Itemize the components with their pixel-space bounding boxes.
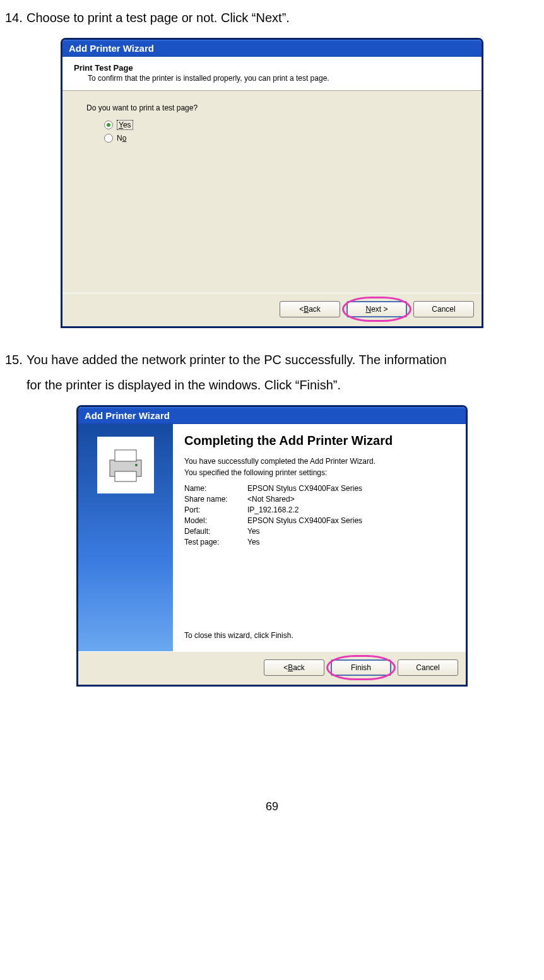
dialog1-body: Do you want to print a test page? Yes No [62,91,482,293]
cancel-button[interactable]: Cancel [413,301,474,317]
dialog2-titlebar[interactable]: Add Printer Wizard [78,407,466,424]
finish-title: Completing the Add Printer Wizard [184,433,454,448]
finish-button-highlight: Finish [331,659,391,676]
next-button[interactable]: Next > [346,301,407,317]
table-row: Default:Yes [184,527,454,536]
dialog1-header-sub: To confirm that the printer is installed… [88,74,470,83]
back-button[interactable]: < Back [264,659,324,676]
radio-yes-label: Yes [117,120,133,130]
table-row: Test page:Yes [184,538,454,546]
radio-yes-row[interactable]: Yes [104,120,464,130]
info-label: Default: [184,527,247,536]
cancel-button[interactable]: Cancel [398,659,458,676]
step-15-num: 15. [5,347,27,372]
info-label: Test page: [184,538,247,546]
dialog2-title: Add Printer Wizard [85,410,170,421]
radio-no-label: No [117,134,126,143]
printer-icon [97,437,154,493]
dialog1-titlebar[interactable]: Add Printer Wizard [62,40,482,57]
step-15-line2: for the printer is displayed in the wind… [27,372,539,398]
dialog1-header: Print Test Page To confirm that the prin… [62,57,482,91]
add-printer-wizard-dialog-2: Add Printer Wizard Completing the Add Pr… [76,405,468,687]
next-button-highlight: Next > [346,301,407,317]
add-printer-wizard-dialog-1: Add Printer Wizard Print Test Page To co… [61,38,483,328]
dialog2-content: Completing the Add Printer Wizard You ha… [173,424,466,651]
finish-close-msg: To close this wizard, click Finish. [184,606,454,645]
step-15-text: 15.You have added the network printer to… [5,347,539,398]
dialog1-header-title: Print Test Page [74,63,470,73]
table-row: Port:IP_192.168.2.2 [184,505,454,514]
back-button[interactable]: < Back [280,301,340,317]
dialog2-sidebar [78,424,173,651]
finish-button[interactable]: Finish [331,659,391,676]
radio-no[interactable] [104,134,113,143]
printer-info-table: Name:EPSON Stylus CX9400Fax Series Share… [184,484,454,548]
svg-rect-2 [115,471,136,481]
dialog1-title: Add Printer Wizard [69,43,154,54]
dialog2-body: Completing the Add Printer Wizard You ha… [78,424,466,651]
step-14-text: 14.Choose to print a test page or not. C… [5,5,539,30]
radio-no-row[interactable]: No [104,134,464,143]
info-value: IP_192.168.2.2 [247,505,299,514]
step-15-line1: You have added the network printer to th… [27,353,447,367]
dialog2-button-bar: < Back Finish Cancel [78,651,466,685]
svg-point-3 [135,464,138,466]
info-value: Yes [247,538,260,546]
step-14-num: 14. [5,5,27,30]
info-label: Model: [184,516,247,525]
table-row: Share name:<Not Shared> [184,495,454,504]
page-number: 69 [5,800,539,813]
table-row: Name:EPSON Stylus CX9400Fax Series [184,484,454,493]
dialog1-button-bar: < Back Next > Cancel [62,293,482,326]
step-14-body: Choose to print a test page or not. Clic… [27,11,290,25]
info-label: Share name: [184,495,247,504]
table-row: Model:EPSON Stylus CX9400Fax Series [184,516,454,525]
info-value: EPSON Stylus CX9400Fax Series [247,516,362,525]
radio-yes[interactable] [104,121,113,129]
info-value: <Not Shared> [247,495,295,504]
info-label: Name: [184,484,247,493]
info-label: Port: [184,505,247,514]
finish-msg1: You have successfully completed the Add … [184,457,454,467]
svg-rect-1 [115,450,136,461]
info-value: EPSON Stylus CX9400Fax Series [247,484,362,493]
finish-msg2: You specified the following printer sett… [184,468,454,478]
info-value: Yes [247,527,260,536]
dialog1-prompt: Do you want to print a test page? [86,103,464,112]
